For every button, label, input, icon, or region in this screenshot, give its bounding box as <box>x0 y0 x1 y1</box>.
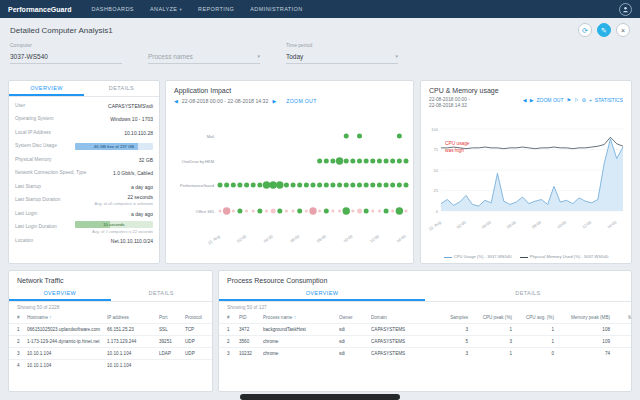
process-field-group: Process names ▾ <box>148 42 260 70</box>
column-header[interactable]: CPU peak (%) <box>471 315 515 320</box>
detail-row: Operating SystemWindows 10 - 1703 <box>15 113 153 127</box>
nav-administration[interactable]: ADMINISTRATION <box>242 0 310 18</box>
computer-overview-panel: OVERVIEW DETAILS UserCAPASYSTEMS\sdiOper… <box>8 80 160 264</box>
horizontal-scrollbar-thumb[interactable] <box>240 394 400 400</box>
network-table: #Hostname ↑IP addressPortProtocol1066151… <box>9 312 212 371</box>
overview-tabs: OVERVIEW DETAILS <box>9 81 159 97</box>
svg-text:PerformanceGuard: PerformanceGuard <box>180 183 214 188</box>
progress-bar: 46 GB free of 237 GB <box>75 143 153 150</box>
add-icon[interactable]: + <box>589 97 592 103</box>
svg-text:02:00: 02:00 <box>456 219 468 229</box>
svg-text:10:00: 10:00 <box>342 233 354 243</box>
detail-row: Physical Memory32 GB <box>15 153 153 167</box>
table-row[interactable]: 21-173-129-244.dynamic-ip.hinet.net1.173… <box>9 335 212 347</box>
time-period-select[interactable]: Today ▾ <box>286 49 398 64</box>
column-header[interactable]: Memory peak (MB) <box>557 315 613 320</box>
table-row[interactable]: 410.10.1.10410.10.1.104 <box>9 359 212 371</box>
close-icon: × <box>621 27 625 34</box>
chevron-down-icon: ▾ <box>257 53 260 59</box>
chevron-down-icon: ▾ <box>179 7 182 12</box>
column-header[interactable]: Memory avg. (MB) <box>613 315 632 320</box>
detail-row: LocationNet.10.10.110.0/24 <box>15 234 153 248</box>
column-header[interactable]: Protocol <box>185 315 209 320</box>
time-field-group: Time period Today ▾ <box>286 42 398 70</box>
column-header[interactable]: CPU avg. (%) <box>515 315 557 320</box>
column-header[interactable]: # <box>17 315 27 320</box>
tab-details[interactable]: DETAILS <box>84 81 159 96</box>
edit-button[interactable]: ✎ <box>597 23 611 37</box>
tab-overview[interactable]: OVERVIEW <box>9 81 84 96</box>
svg-text:08:00: 08:00 <box>531 219 543 229</box>
detail-row: Local IP Address10.10.110.28 <box>15 126 153 140</box>
table-row[interactable]: 1066151025023.uplandsoftware.com66.151.2… <box>9 323 212 335</box>
flag-outline-icon[interactable]: ⚐ <box>574 97 578 103</box>
user-icon <box>622 6 629 13</box>
brand-logo: PerformanceGuard <box>8 6 71 13</box>
process-tabs: OVERVIEW DETAILS <box>219 286 631 302</box>
pencil-icon: ✎ <box>601 27 607 34</box>
column-header[interactable]: Samples <box>435 315 471 320</box>
process-consumption-panel: Process Resource Consumption OVERVIEW DE… <box>218 270 632 392</box>
svg-text:75: 75 <box>434 147 439 152</box>
tab-overview[interactable]: OVERVIEW <box>219 286 425 301</box>
table-header: #Hostname ↑IP addressPortProtocol <box>9 312 212 323</box>
table-row[interactable]: 310.10.1.10410.10.1.104LDAPUDP <box>9 347 212 359</box>
tab-details[interactable]: DETAILS <box>425 286 631 301</box>
computer-input[interactable]: 3037-WS540 <box>10 49 122 64</box>
table-row[interactable]: 310232chromesdiCAPASYSTEMS3107458 <box>219 347 631 359</box>
table-row[interactable]: 23560chromesdiCAPASYSTEMS53110994 <box>219 335 631 347</box>
svg-text:Mail: Mail <box>207 134 214 139</box>
title-bar: Detailed Computer Analysis1 ⟳ ✎ × <box>0 20 640 40</box>
zoom-out-button[interactable]: ZOOM OUT <box>286 98 316 104</box>
computer-field-group: Computer 3037-WS540 <box>10 42 122 70</box>
legend-item: CPU Usage (%) - 3037-WS540 <box>444 254 512 259</box>
process-names-select[interactable]: Process names ▾ <box>148 49 260 64</box>
refresh-button[interactable]: ⟳ <box>578 23 592 37</box>
svg-text:06:00: 06:00 <box>506 219 518 229</box>
svg-text:10:00: 10:00 <box>556 219 568 229</box>
computer-label: Computer <box>10 42 122 49</box>
cpu-memory-chart: 0255075100CPU usagewas high22. Aug02:000… <box>425 125 629 239</box>
network-traffic-panel: Network Traffic OVERVIEW DETAILS Showing… <box>8 270 213 392</box>
column-header[interactable]: Process name ↑ <box>263 315 339 320</box>
next-arrow-icon[interactable]: ▶ <box>272 98 276 104</box>
svg-text:14:00: 14:00 <box>606 219 618 229</box>
user-avatar[interactable] <box>619 3 632 16</box>
next-arrow-icon[interactable]: ▶ <box>530 97 534 103</box>
gear-icon[interactable]: ⚙ <box>581 97 585 103</box>
flag-icon[interactable]: ⚑ <box>566 97 570 103</box>
tab-overview[interactable]: OVERVIEW <box>9 286 111 301</box>
column-header[interactable]: Port <box>159 315 185 320</box>
nav-dashboards[interactable]: DASHBOARDS <box>83 0 142 18</box>
statistics-button[interactable]: STATISTICS <box>595 97 623 103</box>
column-header[interactable]: # <box>227 315 239 320</box>
nav-analyze[interactable]: ANALYZE ▾ <box>142 0 190 18</box>
application-impact-chart: MailOneDrive by HKMPerformanceGuardOffic… <box>168 111 411 259</box>
prev-arrow-icon[interactable]: ◀ <box>174 98 178 104</box>
column-header[interactable]: PID <box>239 315 263 320</box>
process-placeholder: Process names <box>148 53 193 60</box>
close-button[interactable]: × <box>616 23 630 37</box>
table-row[interactable]: 13472backgroundTaskHostsdiCAPASYSTEMS311… <box>219 323 631 335</box>
zoom-out-button[interactable]: ZOOM OUT <box>537 97 564 103</box>
page-title: Detailed Computer Analysis1 <box>10 26 113 35</box>
detail-row: Last Login Duration10 secondsAvg. of # c… <box>15 221 153 235</box>
svg-text:22. Aug: 22. Aug <box>207 234 221 246</box>
refresh-icon: ⟳ <box>582 27 588 34</box>
svg-text:14:00: 14:00 <box>396 233 408 243</box>
top-nav: PerformanceGuard DASHBOARDS ANALYZE ▾ RE… <box>0 0 640 18</box>
cpu-controls: 22-08-2018 00:00 - 22-08-2018 14:32 ◀ ▶ … <box>421 96 631 109</box>
app-root: PerformanceGuard DASHBOARDS ANALYZE ▾ RE… <box>0 0 640 400</box>
application-impact-panel: Application Impact ◀ 22-08-2018 00:00 - … <box>165 80 414 264</box>
svg-text:06:00: 06:00 <box>289 233 301 243</box>
column-header[interactable]: Owner <box>339 315 371 320</box>
column-header[interactable]: Domain <box>371 315 435 320</box>
panel-title-cpu-memory: CPU & Memory usage <box>421 81 631 96</box>
column-header[interactable]: IP address <box>107 315 159 320</box>
prev-arrow-icon[interactable]: ◀ <box>523 97 527 103</box>
svg-text:02:00: 02:00 <box>236 233 248 243</box>
impact-controls: ◀ 22-08-2018 00:00 - 22-08-2018 14:32 ▶ … <box>166 96 413 106</box>
column-header[interactable]: Hostname ↑ <box>27 315 107 320</box>
tab-details[interactable]: DETAILS <box>111 286 213 301</box>
nav-reporting[interactable]: REPORTING <box>190 0 242 18</box>
